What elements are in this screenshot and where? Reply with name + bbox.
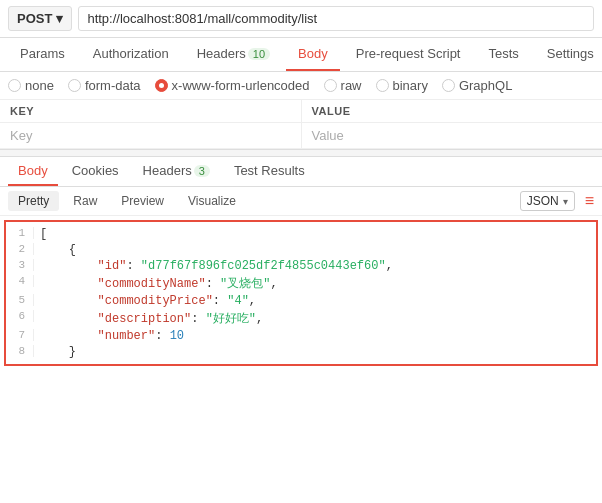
radio-none-circle <box>8 79 21 92</box>
radio-binary-circle <box>376 79 389 92</box>
value-column-header: VALUE <box>301 100 602 123</box>
radio-none-label: none <box>25 78 54 93</box>
tab-tests[interactable]: Tests <box>476 38 530 71</box>
radio-raw-label: raw <box>341 78 362 93</box>
line-number: 3 <box>6 259 34 271</box>
radio-raw[interactable]: raw <box>324 78 362 93</box>
tab-pre-request[interactable]: Pre-request Script <box>344 38 473 71</box>
json-line: 5 "commodityPrice": "4", <box>6 293 596 309</box>
format-label: JSON <box>527 194 559 208</box>
radio-binary-label: binary <box>393 78 428 93</box>
tab-settings[interactable]: Settings <box>535 38 602 71</box>
radio-form-data[interactable]: form-data <box>68 78 141 93</box>
radio-urlencoded-circle <box>155 79 168 92</box>
response-toolbar: Pretty Raw Preview Visualize JSON ▾ ≡ <box>0 187 602 216</box>
method-chevron-icon: ▾ <box>56 11 63 26</box>
radio-raw-circle <box>324 79 337 92</box>
key-cell[interactable]: Key <box>0 123 301 149</box>
radio-urlencoded[interactable]: x-www-form-urlencoded <box>155 78 310 93</box>
tab-authorization[interactable]: Authorization <box>81 38 181 71</box>
section-divider <box>0 149 602 157</box>
line-content: [ <box>40 227 47 241</box>
response-tab-cookies[interactable]: Cookies <box>62 157 129 186</box>
response-tab-headers[interactable]: Headers3 <box>133 157 220 186</box>
radio-graphql[interactable]: GraphQL <box>442 78 512 93</box>
line-number: 6 <box>6 310 34 322</box>
radio-graphql-label: GraphQL <box>459 78 512 93</box>
radio-form-data-circle <box>68 79 81 92</box>
tab-body[interactable]: Body <box>286 38 340 71</box>
line-number: 2 <box>6 243 34 255</box>
line-content: "number": 10 <box>40 329 184 343</box>
response-tab-body[interactable]: Body <box>8 157 58 186</box>
url-bar: POST ▾ <box>0 0 602 38</box>
key-column-header: KEY <box>0 100 301 123</box>
preview-button[interactable]: Preview <box>111 191 174 211</box>
line-number: 1 <box>6 227 34 239</box>
json-line: 8 } <box>6 344 596 360</box>
value-cell[interactable]: Value <box>301 123 602 149</box>
line-content: "commodityName": "叉烧包", <box>40 275 278 292</box>
url-input[interactable] <box>78 6 594 31</box>
format-select[interactable]: JSON ▾ <box>520 191 575 211</box>
line-number: 4 <box>6 275 34 287</box>
line-number: 8 <box>6 345 34 357</box>
line-content: "description": "好好吃", <box>40 310 263 327</box>
raw-button[interactable]: Raw <box>63 191 107 211</box>
format-chevron-icon: ▾ <box>563 196 568 207</box>
wrap-icon[interactable]: ≡ <box>585 192 594 210</box>
line-content: "id": "d77f67f896fc025df2f4855c0443ef60"… <box>40 259 393 273</box>
json-line: 3 "id": "d77f67f896fc025df2f4855c0443ef6… <box>6 258 596 274</box>
json-line: 6 "description": "好好吃", <box>6 309 596 328</box>
line-number: 7 <box>6 329 34 341</box>
radio-binary[interactable]: binary <box>376 78 428 93</box>
table-row: Key Value <box>0 123 602 149</box>
line-content: { <box>40 243 76 257</box>
visualize-button[interactable]: Visualize <box>178 191 246 211</box>
response-tab-test-results[interactable]: Test Results <box>224 157 315 186</box>
line-number: 5 <box>6 294 34 306</box>
radio-form-data-label: form-data <box>85 78 141 93</box>
json-line: 2 { <box>6 242 596 258</box>
radio-urlencoded-label: x-www-form-urlencoded <box>172 78 310 93</box>
headers-badge: 10 <box>248 48 270 60</box>
resp-headers-badge: 3 <box>194 165 210 177</box>
json-line: 4 "commodityName": "叉烧包", <box>6 274 596 293</box>
radio-graphql-circle <box>442 79 455 92</box>
request-tabs: Params Authorization Headers10 Body Pre-… <box>0 38 602 72</box>
json-response-area: 1[2 {3 "id": "d77f67f896fc025df2f4855c04… <box>4 220 598 366</box>
tab-params[interactable]: Params <box>8 38 77 71</box>
body-type-row: none form-data x-www-form-urlencoded raw… <box>0 72 602 100</box>
method-label: POST <box>17 11 52 26</box>
line-content: } <box>40 345 76 359</box>
pretty-button[interactable]: Pretty <box>8 191 59 211</box>
method-select[interactable]: POST ▾ <box>8 6 72 31</box>
radio-none[interactable]: none <box>8 78 54 93</box>
tab-headers[interactable]: Headers10 <box>185 38 282 71</box>
json-line: 7 "number": 10 <box>6 328 596 344</box>
response-tabs: Body Cookies Headers3 Test Results <box>0 157 602 187</box>
kv-table: KEY VALUE Key Value <box>0 100 602 149</box>
json-line: 1[ <box>6 226 596 242</box>
line-content: "commodityPrice": "4", <box>40 294 256 308</box>
